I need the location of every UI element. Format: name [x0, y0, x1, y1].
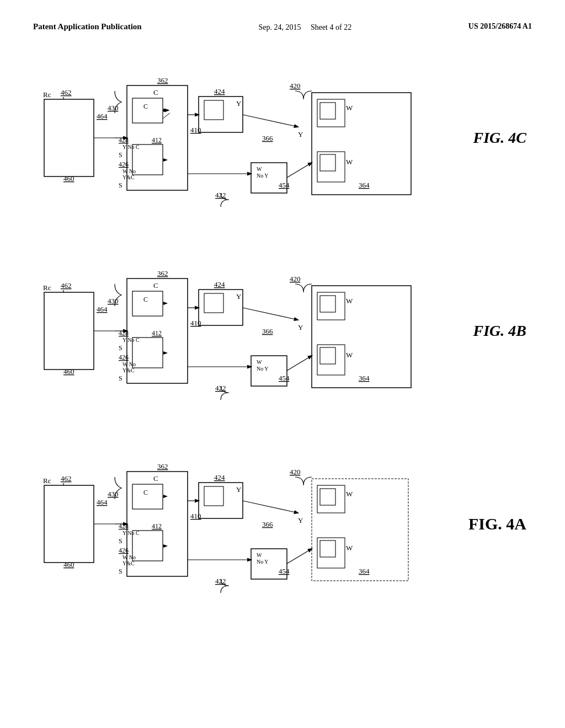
svg-text:W: W	[257, 359, 262, 365]
svg-text:420: 420	[290, 82, 301, 90]
svg-line-151	[243, 501, 298, 513]
svg-rect-88	[317, 345, 345, 375]
svg-text:S: S	[119, 374, 122, 382]
svg-text:454: 454	[279, 374, 290, 382]
fig-4c-label: FIG. 4C	[473, 129, 526, 147]
svg-line-101	[287, 356, 312, 371]
svg-text:422: 422	[215, 577, 226, 585]
svg-text:Rc: Rc	[43, 477, 51, 485]
svg-text:C: C	[153, 474, 158, 483]
svg-text:Y: Y	[298, 516, 303, 524]
svg-text:Rc: Rc	[43, 90, 51, 99]
svg-text:W: W	[257, 166, 262, 172]
svg-rect-105	[44, 485, 94, 563]
svg-text:C: C	[143, 103, 148, 110]
figure-4c-diagram: 460 Rc 462 464 430 362 C	[33, 55, 486, 221]
svg-text:462: 462	[61, 281, 72, 290]
svg-text:S: S	[119, 181, 122, 189]
svg-text:W: W	[346, 544, 353, 552]
svg-rect-38	[320, 154, 335, 171]
svg-text:454: 454	[279, 181, 290, 189]
fig-4a-label: FIG. 4A	[468, 515, 526, 533]
svg-text:W: W	[346, 297, 353, 305]
svg-text:428: 428	[119, 136, 129, 144]
figures-container: 460 Rc 462 464 430 362 C	[33, 50, 532, 612]
svg-text:S: S	[119, 344, 122, 352]
svg-rect-79	[204, 293, 223, 313]
svg-text:W No: W No	[122, 361, 136, 367]
svg-text:430: 430	[108, 490, 119, 498]
svg-rect-135	[317, 485, 345, 513]
svg-text:W No: W No	[122, 168, 136, 174]
figure-4a-diagram: 460 Rc 462 464 430 362 C C 428 Y No C S …	[33, 441, 486, 607]
figure-4a-row: 460 Rc 462 464 430 362 C C 428 Y No C S …	[33, 436, 532, 612]
svg-text:424: 424	[214, 280, 225, 288]
svg-text:366: 366	[262, 134, 273, 142]
svg-rect-34	[320, 103, 335, 119]
fig-4b-label: FIG. 4B	[473, 322, 526, 340]
svg-line-152	[287, 549, 312, 564]
svg-line-23	[163, 113, 170, 119]
figure-4b-diagram: 460 Rc 462 464 430 362 C C 428 Y No C S …	[33, 248, 486, 414]
svg-rect-0	[44, 99, 94, 176]
svg-text:454: 454	[279, 567, 290, 575]
svg-text:Y&C: Y&C	[122, 367, 135, 373]
svg-text:W: W	[346, 104, 353, 112]
svg-text:Y No C: Y No C	[122, 337, 140, 343]
svg-rect-84	[317, 292, 345, 320]
svg-line-48	[243, 115, 298, 127]
svg-text:460: 460	[63, 174, 74, 183]
svg-text:Y&C: Y&C	[122, 174, 135, 180]
publication-date-sheet: Sep. 24, 2015 Sheet 4 of 22	[258, 22, 351, 33]
svg-text:460: 460	[63, 367, 74, 376]
svg-text:W: W	[346, 351, 353, 359]
svg-text:C: C	[143, 489, 148, 496]
svg-text:364: 364	[359, 181, 370, 189]
svg-text:412: 412	[152, 522, 162, 530]
svg-text:424: 424	[214, 87, 225, 95]
publication-number: US 2015/268674 A1	[468, 22, 532, 31]
svg-text:Y: Y	[298, 130, 303, 138]
svg-text:W: W	[257, 552, 262, 558]
svg-text:430: 430	[108, 297, 119, 305]
svg-text:460: 460	[63, 560, 74, 569]
svg-text:W: W	[346, 490, 353, 498]
svg-text:426: 426	[119, 547, 129, 554]
svg-text:Rc: Rc	[43, 283, 51, 292]
svg-text:No Y: No Y	[257, 559, 269, 565]
svg-rect-81	[312, 286, 411, 388]
figure-4b-row: 460 Rc 462 464 430 362 C C 428 Y No C S …	[33, 243, 532, 419]
svg-text:464: 464	[97, 305, 108, 313]
svg-rect-27	[204, 100, 223, 120]
svg-rect-130	[204, 486, 223, 506]
svg-text:No Y: No Y	[257, 366, 269, 372]
svg-text:366: 366	[262, 327, 273, 335]
publication-title: Patent Application Publication	[33, 22, 142, 31]
svg-rect-64	[132, 291, 163, 316]
svg-rect-36	[317, 152, 345, 182]
svg-rect-139	[317, 538, 345, 568]
svg-text:412: 412	[152, 329, 162, 337]
svg-text:412: 412	[152, 136, 162, 144]
svg-rect-137	[320, 489, 335, 505]
svg-text:464: 464	[97, 112, 108, 120]
svg-text:420: 420	[290, 468, 301, 476]
svg-text:424: 424	[214, 473, 225, 481]
svg-text:Y: Y	[236, 99, 242, 108]
svg-text:426: 426	[119, 160, 129, 168]
svg-rect-54	[44, 292, 94, 370]
svg-line-100	[243, 308, 298, 320]
svg-rect-132	[312, 479, 408, 581]
svg-text:C: C	[153, 281, 158, 290]
svg-rect-141	[320, 540, 335, 557]
page: Patent Application Publication Sep. 24, …	[0, 0, 565, 728]
svg-text:422: 422	[215, 384, 226, 392]
svg-text:Y&C: Y&C	[122, 560, 135, 566]
svg-text:No Y: No Y	[257, 173, 269, 179]
svg-text:364: 364	[359, 374, 370, 382]
svg-text:362: 362	[157, 462, 168, 470]
svg-rect-29	[312, 93, 411, 195]
pub-date: Sep. 24, 2015	[258, 23, 301, 31]
svg-rect-90	[320, 347, 335, 364]
svg-text:366: 366	[262, 520, 273, 528]
